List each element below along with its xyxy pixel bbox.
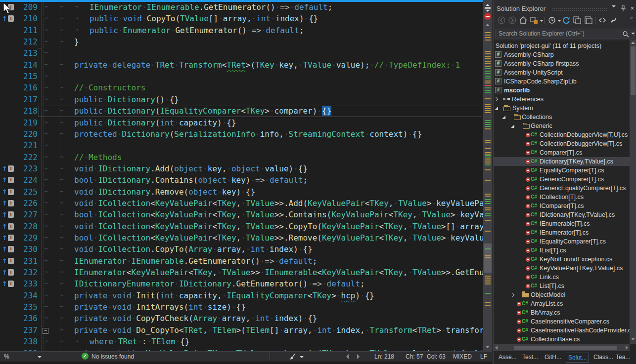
health-check-icon[interactable]: ✓ [82, 353, 89, 360]
code-line[interactable]: 225↑I→→void·IDictionary.Remove(object·ke… [0, 187, 483, 198]
scroll-down-arrow[interactable] [631, 338, 635, 340]
code-line[interactable]: 235→→private·void·InitArrays(int·size)·{… [0, 302, 483, 313]
tree-item[interactable]: C#IEqualityComparer[T].cs [494, 237, 630, 246]
implements-interface-glyph-icon[interactable]: ↑I [2, 165, 14, 172]
switch-views-button[interactable] [530, 16, 538, 24]
tree-item-solution-root[interactable]: Solution 'project-gui' (11 of 11 project… [494, 41, 630, 50]
panel-drag-grip[interactable] [552, 7, 607, 11]
home-button[interactable] [519, 16, 527, 24]
line-number[interactable]: 237 [0, 325, 38, 335]
switch-views-chevron-icon[interactable] [540, 20, 544, 22]
code-line[interactable]: 224↑I→→bool·IDictionary.Contains(object·… [0, 175, 483, 186]
close-icon[interactable]: × [631, 5, 634, 11]
window-position-chevron-icon[interactable] [612, 5, 616, 7]
tool-tab-asse[interactable]: Asse... [497, 353, 519, 362]
tree-item[interactable]: C#List[T].cs [494, 282, 630, 290]
line-number[interactable]: 217 [0, 95, 38, 104]
tree-vertical-scrollbar[interactable] [630, 40, 636, 344]
code-line[interactable]: 220→→protected·Dictionary(SerializationI… [0, 129, 483, 140]
view-code-button[interactable] [598, 16, 606, 24]
fold-toggle[interactable]: − [43, 328, 48, 334]
tree-item[interactable]: C#IDictionary[TKey,TValue].cs [494, 210, 630, 219]
line-number[interactable]: 211 [0, 26, 38, 35]
code-line[interactable]: 232↑I→→IEnumerator<KeyValuePair<TKey,·TV… [0, 267, 483, 279]
scroll-right-arrow[interactable] [626, 346, 628, 350]
broom-chevron-icon[interactable] [300, 356, 304, 358]
line-number[interactable]: 221 [0, 141, 38, 150]
code-line[interactable]: 216→→//·Constructors [0, 82, 483, 94]
issues-status[interactable]: No issues found [91, 353, 134, 360]
pending-changes-filter-button[interactable] [548, 16, 556, 24]
code-line[interactable]: 228↑I→→void·ICollection<KeyValuePair<TKe… [0, 221, 483, 233]
code-line[interactable]: 212→→} [0, 37, 483, 48]
editor-vertical-scrollbar[interactable] [483, 0, 492, 351]
tree-item[interactable]: #Assembly-CSharp [494, 50, 630, 59]
code-line[interactable]: 231↑I→→IEnumerator·IEnumerable.GetEnumer… [0, 256, 483, 267]
tree-item[interactable]: References [494, 95, 630, 104]
implements-interface-glyph-icon[interactable]: ↑I [2, 223, 14, 230]
tree-item[interactable]: C#IEnumerator[T].cs [494, 228, 630, 237]
expander-expanded-icon[interactable] [495, 107, 498, 110]
line-number[interactable]: 218 [0, 106, 38, 116]
status-line-number[interactable]: Ln: 218 [374, 353, 394, 360]
back-button[interactable] [498, 16, 505, 24]
tree-item[interactable]: Generic [494, 121, 630, 130]
implements-interface-glyph-icon[interactable]: ↑I [2, 245, 14, 253]
tree-item[interactable]: C#EqualityComparer[T].cs [494, 166, 630, 175]
filter-chevron-icon[interactable] [557, 20, 561, 22]
tree-item[interactable]: C#IEnumerable[T].cs [494, 219, 630, 228]
status-character[interactable]: Ch: 57 [406, 353, 423, 360]
split-editor-handle-icon[interactable] [484, 4, 491, 12]
code-line[interactable]: 221→ [0, 140, 483, 152]
tree-item[interactable]: C#IComparer[T].cs [494, 202, 630, 210]
tree-horizontal-scrollbar[interactable] [494, 344, 630, 351]
implements-interface-glyph-icon[interactable]: ↑I [2, 176, 14, 184]
tree-item[interactable]: #Assembly-UnityScript [494, 68, 630, 77]
scrollbar-thumb[interactable] [514, 346, 617, 350]
zoom-chevron-icon[interactable] [38, 356, 42, 358]
code-line[interactable]: 209↑I→→→IEnumerator·IEnumerable.GetEnume… [0, 2, 483, 13]
code-line[interactable]: 237→→private·void·Do_CopyTo<TRet,·TElem>… [0, 325, 483, 336]
code-line[interactable]: 218→→public·Dictionary(IEqualityComparer… [0, 106, 483, 117]
code-line[interactable]: 219→→public·Dictionary(int·capacity)·{} [0, 118, 483, 129]
tree-item[interactable]: C#BitArray.cs [494, 308, 630, 317]
tool-tab-solut[interactable]: Solut... [566, 353, 589, 363]
tree-item[interactable]: C#ArrayList.cs [494, 299, 630, 308]
tool-tab-gith[interactable]: GitH... [543, 353, 563, 362]
implements-interface-glyph-icon[interactable]: ↑I [2, 234, 14, 242]
line-number[interactable]: 236 [0, 314, 38, 323]
format-broom-icon[interactable] [289, 353, 297, 361]
code-line[interactable]: 227↑I→→bool·ICollection<KeyValuePair<TKe… [0, 209, 483, 221]
code-line[interactable]: 210↑I→→→public·void·CopyTo(TValue[]·arra… [0, 13, 483, 25]
code-editor[interactable]: 209↑I→→→IEnumerator·IEnumerable.GetEnume… [0, 0, 492, 364]
line-number[interactable]: 234 [0, 291, 38, 300]
tree-item[interactable]: System [494, 104, 630, 113]
expander-collapsed-icon[interactable] [510, 293, 514, 297]
scroll-up-arrow[interactable] [486, 24, 490, 26]
status-encoding[interactable]: MIXED [453, 353, 472, 360]
collapse-all-button[interactable] [573, 16, 582, 24]
tree-item[interactable]: C#CollectionDebuggerView[T].cs [494, 139, 630, 148]
line-number[interactable]: 216 [0, 83, 38, 92]
implements-interface-glyph-icon[interactable]: ↑I [2, 188, 14, 196]
implements-interface-glyph-icon[interactable]: ↑I [2, 200, 14, 207]
code-line[interactable]: 238→→→where·TRet·:·TElem·{} [0, 336, 483, 348]
line-number[interactable]: 215 [0, 72, 38, 81]
tree-item[interactable]: C#CaseInsensitiveComparer.cs [494, 317, 630, 326]
line-number[interactable]: 220 [0, 129, 38, 139]
implements-interface-glyph-icon[interactable]: ↑I [2, 269, 14, 276]
code-viewport[interactable]: 209↑I→→→IEnumerator·IEnumerable.GetEnume… [0, 2, 483, 351]
line-number[interactable]: 214 [0, 60, 38, 70]
code-line[interactable]: 229↑I→→bool·ICollection<KeyValuePair<TKe… [0, 233, 483, 244]
tree-item[interactable]: C#GenericComparer[T].cs [494, 175, 630, 184]
tree-item[interactable]: Collections [494, 113, 630, 121]
status-column[interactable]: Col: 63 [427, 353, 446, 360]
scroll-down-arrow[interactable] [486, 346, 490, 348]
implements-interface-glyph-icon[interactable]: ↑I [2, 280, 14, 287]
tree-item[interactable]: ObjectModel [494, 290, 630, 299]
forward-button[interactable] [508, 16, 516, 24]
line-number[interactable]: 238 [0, 337, 38, 346]
line-number[interactable]: 235 [0, 302, 38, 312]
code-line[interactable]: 222→→//·Methods [0, 152, 483, 163]
expander-expanded-icon[interactable] [502, 116, 505, 119]
